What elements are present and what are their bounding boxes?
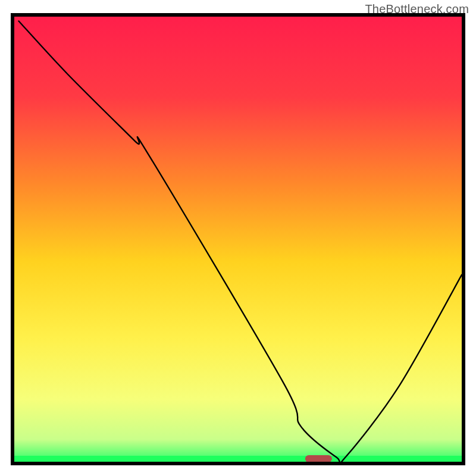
chart-svg bbox=[0, 0, 476, 476]
bottom-green-band bbox=[14, 456, 462, 462]
watermark-text: TheBottleneck.com bbox=[365, 2, 469, 16]
gradient-background bbox=[14, 17, 462, 462]
optimal-marker bbox=[305, 455, 332, 462]
bottleneck-chart: TheBottleneck.com bbox=[0, 0, 476, 476]
